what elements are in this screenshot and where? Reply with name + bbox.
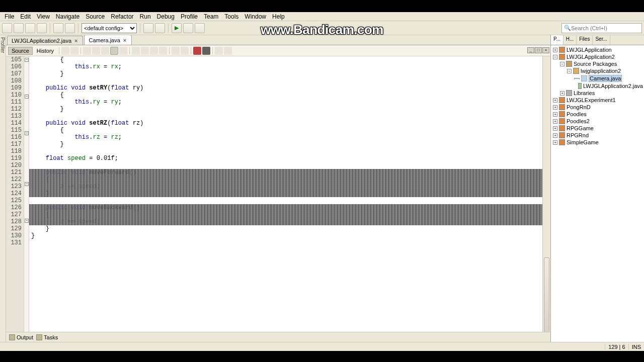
code-line[interactable]: this.ry = ry; [31, 99, 540, 106]
search-box[interactable]: 🔍 [561, 23, 642, 33]
code-line[interactable] [31, 239, 540, 246]
code-line[interactable]: { [31, 127, 540, 134]
tree-expander[interactable]: + [560, 91, 565, 96]
record-macro-button[interactable] [193, 47, 201, 55]
next-bookmark-button[interactable] [141, 47, 149, 55]
code-editor[interactable]: 1051061071081091101111121131141151161171… [6, 56, 550, 332]
shift-right-button[interactable] [159, 47, 167, 55]
tree-item[interactable]: Camera.java [552, 74, 643, 82]
tree-expander[interactable]: + [553, 126, 557, 131]
run-macro-button[interactable] [215, 47, 223, 55]
open-project-button[interactable] [25, 23, 35, 33]
new-project-button[interactable] [14, 23, 24, 33]
menu-help[interactable]: Help [270, 13, 287, 21]
fold-strip[interactable]: −−−−− [24, 56, 29, 332]
clean-build-button[interactable] [155, 23, 165, 33]
build-button[interactable] [143, 23, 153, 33]
find-button[interactable] [83, 47, 91, 55]
menu-window[interactable]: Window [242, 13, 269, 21]
code-line[interactable]: } [31, 70, 540, 77]
menu-file[interactable]: File [2, 13, 17, 21]
menu-profile[interactable]: Profile [178, 13, 200, 21]
right-tab[interactable]: H... [564, 35, 577, 45]
menu-navigate[interactable]: Navigate [53, 13, 82, 21]
menu-edit[interactable]: Edit [18, 13, 33, 21]
right-tab[interactable]: Files [577, 35, 593, 45]
config-dropdown[interactable]: <default config> [82, 23, 137, 33]
tree-item[interactable]: −lwjglapplication2 [552, 67, 643, 74]
tab-close-icon[interactable]: × [73, 38, 78, 44]
debug-button[interactable] [183, 23, 193, 33]
tree-expander[interactable]: + [553, 140, 557, 145]
nav-forward-button[interactable] [70, 47, 78, 55]
menu-debug[interactable]: Debug [154, 13, 177, 21]
profile-button[interactable] [195, 23, 205, 33]
tree-item[interactable]: +RPGRnd [552, 132, 643, 139]
code-line[interactable] [31, 113, 540, 120]
new-file-button[interactable] [2, 23, 12, 33]
tree-expander[interactable]: + [553, 133, 557, 138]
editor-tab[interactable]: Camera.java× [84, 35, 132, 45]
tree-expander[interactable]: + [553, 105, 557, 110]
projects-tree[interactable]: +LWJGLApplication−LWJGLApplication2−Sour… [551, 45, 644, 342]
code-line[interactable] [31, 148, 540, 155]
menu-view[interactable]: View [34, 13, 52, 21]
editor-window-controls[interactable]: _ □ × [527, 47, 549, 53]
right-tab[interactable]: Ser... [593, 35, 610, 45]
tree-expander[interactable]: − [553, 55, 557, 59]
close-icon[interactable]: × [542, 47, 549, 53]
menu-tools[interactable]: Tools [222, 13, 241, 21]
tree-item[interactable]: −LWJGLApplication2 [552, 53, 643, 60]
code-line[interactable]: } [31, 225, 540, 232]
tree-item[interactable]: +LWJGLExperiment1 [552, 97, 643, 104]
uncomment-button[interactable] [181, 47, 189, 55]
menu-refactor[interactable]: Refactor [108, 13, 136, 21]
bottom-tab-tasks[interactable]: Tasks [36, 334, 58, 340]
code-line[interactable]: float speed = 0.01f; [31, 155, 540, 162]
code-line[interactable]: } [31, 106, 540, 113]
code-line[interactable]: this.rx = rx; [31, 63, 540, 70]
shift-left-button[interactable] [150, 47, 158, 55]
tree-expander[interactable]: − [567, 69, 572, 73]
profiler-rail[interactable]: Profiler [0, 35, 6, 342]
validate-button[interactable] [224, 47, 232, 55]
prev-bookmark-button[interactable] [132, 47, 140, 55]
tree-item[interactable]: LWJGLApplication2.java [552, 82, 643, 89]
find-next-button[interactable] [101, 47, 109, 55]
menu-team[interactable]: Team [201, 13, 221, 21]
code-line[interactable] [31, 162, 540, 169]
menu-run[interactable]: Run [137, 13, 153, 21]
vertical-scrollbar[interactable] [542, 56, 550, 332]
find-prev-button[interactable] [92, 47, 100, 55]
menu-source[interactable]: Source [83, 13, 107, 21]
right-tab[interactable]: P... [551, 35, 564, 45]
code-line[interactable]: } [31, 141, 540, 148]
code-line[interactable]: this.rz = rz; [31, 134, 540, 141]
undo-button[interactable] [53, 23, 63, 33]
comment-button[interactable] [172, 47, 180, 55]
editor-tab[interactable]: LWJGLApplication2.java× [7, 36, 83, 45]
search-input[interactable] [571, 25, 640, 31]
tree-expander[interactable]: + [553, 119, 557, 124]
code-pane[interactable]: { this.rx = rx; } public void setRY(floa… [29, 56, 542, 332]
code-line[interactable]: public void setRY(float ry) [31, 84, 540, 92]
tree-item[interactable]: +Poodles [552, 111, 643, 118]
restore-icon[interactable]: □ [535, 47, 542, 53]
code-line[interactable]: } [31, 232, 540, 239]
tree-item[interactable]: +RPGGame [552, 125, 643, 132]
tree-expander[interactable]: + [553, 112, 557, 117]
tree-item[interactable]: −Source Packages [552, 60, 643, 67]
redo-button[interactable] [65, 23, 75, 33]
save-all-button[interactable] [37, 23, 47, 33]
code-line[interactable]: public void setRZ(float rz) [31, 120, 540, 127]
bottom-tab-output[interactable]: Output [9, 334, 33, 340]
tree-item[interactable]: +LWJGLApplication [552, 46, 643, 53]
tree-item[interactable]: +Poodles2 [552, 118, 643, 125]
toggle-highlight-button[interactable] [110, 47, 118, 55]
tree-expander[interactable]: + [553, 48, 557, 52]
tree-item[interactable]: +SimpleGame [552, 139, 643, 146]
tree-item[interactable]: +PongRnD [552, 104, 643, 111]
toggle-bookmark-button[interactable] [119, 47, 127, 55]
minimize-icon[interactable]: _ [527, 47, 534, 53]
tree-expander[interactable]: + [553, 98, 557, 103]
